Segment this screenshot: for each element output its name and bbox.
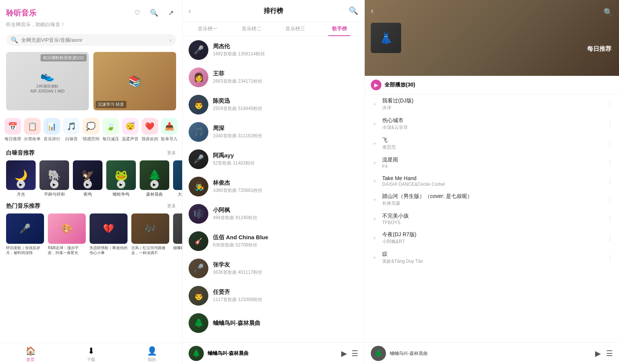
artist-item-ayy[interactable]: 🎤 阿禹ayy 52首歌曲 11402粉丝 bbox=[183, 146, 364, 173]
song-item-2[interactable]: + 飞 者思范 ⋮ bbox=[365, 134, 619, 154]
quick-sleep[interactable]: 😴 温柔声音 bbox=[122, 118, 139, 142]
nav-profile[interactable]: 👤 我的 bbox=[121, 346, 182, 362]
mid-search-button[interactable]: 🔍 bbox=[349, 6, 358, 15]
song-item-4[interactable]: + Take Me Hand DAISHI DANCE&Cécile Corbe… bbox=[365, 172, 619, 190]
search-input[interactable] bbox=[21, 37, 167, 43]
tab-chart3[interactable]: 音乐榜三 bbox=[274, 22, 318, 36]
noise-item-frog[interactable]: 🐸▶ 蟾蛙争鸣 bbox=[106, 160, 136, 197]
quick-reduce[interactable]: 🍃 每日减压 bbox=[102, 118, 119, 142]
song-item-8[interactable]: + 叹 美龄&Tăng Duy Tân ⋮ bbox=[365, 248, 619, 268]
hot-item-0[interactable]: 🎤 怀旧老歌｜你浅笑岁月，被时间深情 bbox=[6, 213, 44, 255]
banner-book[interactable]: 📚 沉迷学习 轻音 bbox=[93, 52, 176, 110]
song-add-1[interactable]: + bbox=[371, 120, 378, 128]
hot-item-1[interactable]: 🎨 R&B足球：漫步宇宙，抖落一身星光 bbox=[48, 213, 86, 255]
play-all-button[interactable]: ▶ 全部播放(30) bbox=[365, 76, 619, 94]
artist-stats-xaf: 494首歌曲 91245粉丝 bbox=[213, 215, 358, 221]
quick-chart[interactable]: 📊 音乐排行 bbox=[44, 118, 60, 142]
quick-mood-icon: 💭 bbox=[83, 118, 99, 135]
artist-item-wb[interactable]: 🎸 伍佰 And China Blue 636首歌曲 52708粉丝 bbox=[183, 228, 364, 255]
right-search-button[interactable]: 🔍 bbox=[603, 8, 613, 17]
artist-item-zjl[interactable]: 🎤 周杰伦 1692首歌曲 1358114粉丝 bbox=[183, 36, 364, 64]
nav-download[interactable]: ⬇ 下载 bbox=[61, 346, 121, 362]
artist-name-bug: 蛐蛐鸟叫-森林晨曲 bbox=[213, 320, 358, 327]
song-more-1[interactable]: ⋮ bbox=[607, 121, 613, 128]
artist-item-xaf[interactable]: 🎼 小阿枫 494首歌曲 91245粉丝 bbox=[183, 200, 364, 228]
share-icon[interactable]: ↗ bbox=[165, 8, 176, 18]
artist-item-wf[interactable]: 👩 王菲 2663首歌曲 234171粉丝 bbox=[183, 64, 364, 91]
song-more-4[interactable]: ⋮ bbox=[607, 177, 613, 185]
artist-item-zs[interactable]: 🎵 周深 1040首歌曲 311162粉丝 bbox=[183, 118, 364, 146]
song-item-5[interactable]: + 踏山河（男生版）（cover: 是七叔呢） 长林充森 ⋮ bbox=[365, 190, 619, 210]
search-icon[interactable]: 🔍 bbox=[149, 8, 159, 18]
noise-item-ocean[interactable]: 🌊▶ 大海的呼唤 bbox=[173, 160, 182, 197]
artist-avatar-ayy: 🎤 bbox=[189, 149, 208, 169]
song-more-5[interactable]: ⋮ bbox=[607, 196, 613, 204]
noise-forest-play[interactable]: ▶ bbox=[150, 180, 159, 188]
noise-item-forest[interactable]: 🌲▶ 森林晨曲 bbox=[140, 160, 169, 197]
noise-item-elephant[interactable]: 🐘▶ 平静与祥和 bbox=[39, 160, 69, 197]
song-item-6[interactable]: + 不完美小孩 TFBOYS ⋮ bbox=[365, 210, 619, 228]
song-add-7[interactable]: + bbox=[371, 234, 378, 242]
hot-item-2[interactable]: 💔 失恋听情歌｜释放你的伤心小事 bbox=[90, 213, 128, 255]
tab-chart1[interactable]: 音乐榜一 bbox=[186, 22, 230, 36]
right-list-button[interactable]: ☰ bbox=[606, 349, 613, 358]
song-more-2[interactable]: ⋮ bbox=[607, 140, 613, 147]
song-item-1[interactable]: + 伤心城市 冷漠&云菲菲 ⋮ bbox=[365, 114, 619, 134]
noise-moon-play[interactable]: ▶ bbox=[17, 180, 25, 188]
song-info-1: 伤心城市 冷漠&云菲菲 bbox=[382, 117, 603, 131]
quick-daily[interactable]: 📅 每日推荐 bbox=[5, 118, 21, 142]
quick-import[interactable]: 📥 歌单导入 bbox=[161, 118, 178, 142]
quick-white-noise[interactable]: 🎵 白噪音 bbox=[63, 118, 80, 142]
search-bar[interactable]: 🔍 › bbox=[6, 34, 176, 46]
mid-play-button[interactable]: ▶ bbox=[341, 349, 347, 358]
song-info-8: 叹 美龄&Tăng Duy Tân bbox=[382, 251, 603, 265]
artist-item-bug[interactable]: 🌲 蛐蛐鸟叫-森林晨曲 bbox=[183, 309, 364, 337]
song-more-7[interactable]: ⋮ bbox=[607, 235, 613, 242]
song-artist-2: 者思范 bbox=[382, 144, 603, 151]
quick-fav[interactable]: ❤️ 我喜欢的 bbox=[142, 118, 158, 142]
song-item-7[interactable]: + 今夜(DJ R7版) 小阿枫&R7 ⋮ bbox=[365, 228, 619, 248]
song-more-3[interactable]: ⋮ bbox=[607, 159, 613, 166]
song-add-6[interactable]: + bbox=[371, 215, 378, 223]
tab-singer[interactable]: 歌手榜 bbox=[317, 22, 361, 36]
song-add-3[interactable]: + bbox=[371, 159, 378, 167]
noise-frog-play[interactable]: ▶ bbox=[117, 180, 125, 188]
right-play-button[interactable]: ▶ bbox=[595, 349, 601, 358]
banner-shoe[interactable]: 👟 24K莆田潮鞋AIR JORDAN 1 MID 前沿潮鞋粉登前进1/21 bbox=[6, 52, 89, 110]
song-add-0[interactable]: + bbox=[371, 100, 378, 108]
noise-night-play[interactable]: ▶ bbox=[83, 180, 92, 188]
song-item-0[interactable]: + 我看过(DJ版) 沐泽 ⋮ bbox=[365, 94, 619, 114]
nav-home[interactable]: 🏠 首页 bbox=[0, 346, 61, 362]
song-item-3[interactable]: + 流星雨 F4 ⋮ bbox=[365, 154, 619, 172]
hot-item-3[interactable]: 🎶 古风｜红尘坎坷路难走，一杯浊酒不 bbox=[131, 213, 169, 255]
white-noise-title: 白噪音推荐 bbox=[6, 149, 35, 157]
mid-list-button[interactable]: ☰ bbox=[351, 349, 358, 358]
artist-item-cyx[interactable]: 👨 陈奕迅 2929首歌曲 519445粉丝 bbox=[183, 91, 364, 118]
noise-elephant-play[interactable]: ▶ bbox=[50, 180, 58, 188]
bottom-nav: 🏠 首页 ⬇ 下载 👤 我的 bbox=[0, 343, 182, 364]
noise-item-night[interactable]: 🦅▶ 夜鸣 bbox=[73, 160, 102, 197]
heart-icon[interactable]: ♡ bbox=[132, 8, 143, 18]
noise-item-moon[interactable]: 🌙▶ 月光 bbox=[6, 160, 36, 197]
artist-item-zxy[interactable]: 🎤 张学友 3636首歌曲 401117粉丝 bbox=[183, 255, 364, 282]
song-add-5[interactable]: + bbox=[371, 196, 378, 204]
tab-chart2[interactable]: 音乐榜二 bbox=[230, 22, 274, 36]
quick-mood[interactable]: 💭 情感空间 bbox=[83, 118, 99, 142]
quick-reduce-icon: 🍃 bbox=[102, 118, 119, 135]
hot-item-4[interactable]: 🎼 烟嗓歌曲：人总是晚睡 bbox=[173, 213, 182, 255]
artist-item-rxq[interactable]: 👨 任贤齐 1117首歌曲 123300粉丝 bbox=[183, 282, 364, 309]
artist-stats-zjl: 1692首歌曲 1358114粉丝 bbox=[213, 51, 358, 57]
right-back-button[interactable]: ‹ bbox=[371, 6, 373, 16]
hot-music-more[interactable]: 更多 bbox=[167, 203, 176, 209]
song-more-8[interactable]: ⋮ bbox=[607, 254, 613, 262]
song-add-2[interactable]: + bbox=[371, 140, 378, 147]
song-more-0[interactable]: ⋮ bbox=[607, 101, 613, 108]
song-more-6[interactable]: ⋮ bbox=[607, 215, 613, 223]
white-noise-more[interactable]: 更多 bbox=[167, 150, 176, 156]
artist-item-ljj[interactable]: 👨‍🎤 林俊杰 1080首歌曲 720681粉丝 bbox=[183, 173, 364, 200]
song-add-4[interactable]: + bbox=[371, 177, 378, 185]
quick-category[interactable]: 📋 分类收单 bbox=[24, 118, 41, 142]
song-add-8[interactable]: + bbox=[371, 254, 378, 262]
back-button[interactable]: ‹ bbox=[189, 6, 194, 15]
song-name-3: 流星雨 bbox=[382, 157, 603, 163]
